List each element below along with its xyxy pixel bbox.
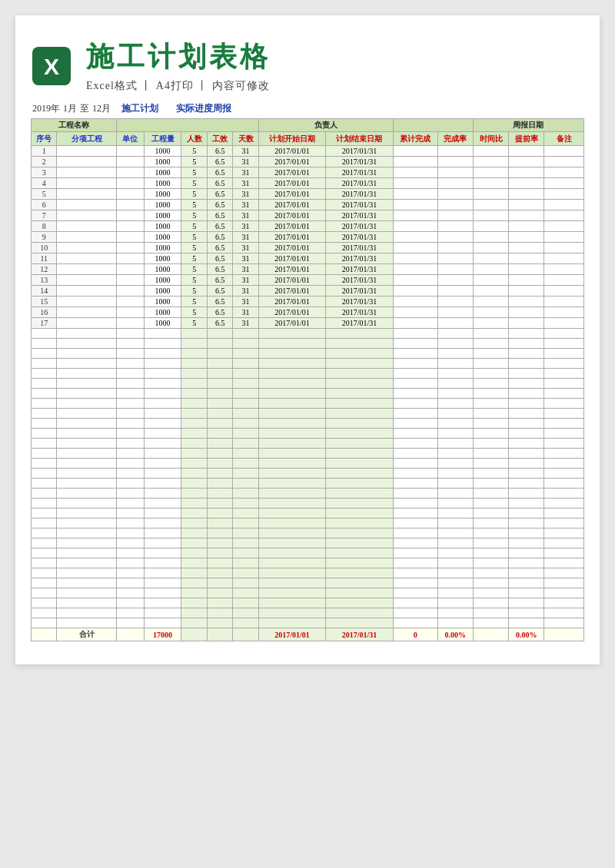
table-row-empty xyxy=(32,518,584,528)
table-row: 12100056.5312017/01/012017/01/31 xyxy=(32,264,584,275)
table-container: 工程名称 负责人 周报日期 序号 分项工程 单位 工程量 人数 工效 天数 计划… xyxy=(31,118,584,641)
col-time-ratio: 时间比 xyxy=(473,132,508,146)
year-label: 2019年 xyxy=(32,102,60,115)
table-row: 3100056.5312017/01/012017/01/31 xyxy=(32,167,584,178)
table-row-empty xyxy=(32,578,584,588)
table-row: 10100056.5312017/01/012017/01/31 xyxy=(32,243,584,253)
table-row-empty xyxy=(32,608,584,618)
meta-row: 工程名称 负责人 周报日期 xyxy=(32,119,584,132)
page: X 施工计划表格 Excel格式 丨 A4打印 丨 内容可修改 2019年 1月… xyxy=(15,15,600,664)
progress-label: 实际进度周报 xyxy=(176,102,231,115)
table-row-empty xyxy=(32,329,584,339)
col-end: 计划结束日期 xyxy=(326,132,393,146)
project-name-value xyxy=(116,119,258,132)
table-row-empty xyxy=(32,509,584,518)
plan-label: 施工计划 xyxy=(121,102,158,115)
table-row-empty xyxy=(32,339,584,349)
col-days: 天数 xyxy=(233,132,258,146)
col-header-row: 序号 分项工程 单位 工程量 人数 工效 天数 计划开始日期 计划结束日期 累计… xyxy=(32,132,584,146)
col-note: 备注 xyxy=(544,132,584,146)
table-row-empty xyxy=(32,459,584,469)
table-row-empty xyxy=(32,618,584,628)
month-end-label: 12月 xyxy=(92,102,111,115)
table-row-empty xyxy=(32,568,584,578)
col-people: 人数 xyxy=(181,132,207,146)
table-row: 6100056.5312017/01/012017/01/31 xyxy=(32,200,584,210)
table-row: 9100056.5312017/01/012017/01/31 xyxy=(32,232,584,243)
table-row: 17100056.5312017/01/012017/01/31 xyxy=(32,318,584,329)
table-row-empty xyxy=(32,419,584,429)
excel-logo-icon: X xyxy=(31,45,72,87)
table-row-empty xyxy=(32,489,584,499)
table-row-empty xyxy=(32,409,584,419)
table-row: 14100056.5312017/01/012017/01/31 xyxy=(32,286,584,297)
main-title: 施工计划表格 xyxy=(86,38,271,76)
table-row-empty xyxy=(32,499,584,509)
table-row-empty xyxy=(32,349,584,359)
col-qty: 工程量 xyxy=(144,132,181,146)
table-row-empty xyxy=(32,439,584,449)
table-row-empty xyxy=(32,469,584,479)
project-name-header: 工程名称 xyxy=(32,119,117,132)
table-row-empty xyxy=(32,359,584,369)
sub-title: Excel格式 丨 A4打印 丨 内容可修改 xyxy=(86,79,271,93)
col-start: 计划开始日期 xyxy=(258,132,325,146)
table-row-empty xyxy=(32,479,584,489)
responsible-value xyxy=(393,119,473,132)
table-row-empty xyxy=(32,528,584,538)
table-row: 7100056.5312017/01/012017/01/31 xyxy=(32,210,584,221)
table-row: 2100056.5312017/01/012017/01/31 xyxy=(32,157,584,167)
table-row-empty xyxy=(32,538,584,548)
header-text: 施工计划表格 Excel格式 丨 A4打印 丨 内容可修改 xyxy=(86,38,271,93)
col-seq: 序号 xyxy=(32,132,57,146)
header: X 施工计划表格 Excel格式 丨 A4打印 丨 内容可修改 xyxy=(31,31,584,98)
table-row-empty xyxy=(32,429,584,439)
table-row-empty xyxy=(32,399,584,409)
table-row-empty xyxy=(32,598,584,608)
table-row-empty xyxy=(32,389,584,399)
svg-text:X: X xyxy=(44,54,59,79)
table-row-empty xyxy=(32,588,584,598)
table-row-empty xyxy=(32,558,584,568)
col-subproject: 分项工程 xyxy=(57,132,116,146)
table-row-empty xyxy=(32,369,584,379)
col-ahead: 提前率 xyxy=(509,132,544,146)
table-row: 5100056.5312017/01/012017/01/31 xyxy=(32,189,584,200)
table-row: 4100056.5312017/01/012017/01/31 xyxy=(32,178,584,189)
table-row: 8100056.5312017/01/012017/01/31 xyxy=(32,221,584,232)
footer-row: 合计170002017/01/012017/01/3100.00%0.00% xyxy=(32,628,584,641)
col-rate: 完成率 xyxy=(437,132,473,146)
responsible-header: 负责人 xyxy=(258,119,393,132)
month-start-label: 1月 xyxy=(63,102,77,115)
col-eff: 工效 xyxy=(207,132,232,146)
table-row: 13100056.5312017/01/012017/01/31 xyxy=(32,275,584,286)
col-cum: 累计完成 xyxy=(393,132,437,146)
table-row-empty xyxy=(32,449,584,459)
date-bar: 2019年 1月 至 12月 施工计划 实际进度周报 xyxy=(31,102,584,115)
table-row-empty xyxy=(32,379,584,389)
table-row: 11100056.5312017/01/012017/01/31 xyxy=(32,253,584,264)
table-row: 1100056.5312017/01/012017/01/31 xyxy=(32,146,584,157)
table-row: 16100056.5312017/01/012017/01/31 xyxy=(32,307,584,318)
separator-label: 至 xyxy=(80,102,89,115)
table-row-empty xyxy=(32,548,584,558)
table-body: 1100056.5312017/01/012017/01/312100056.5… xyxy=(32,146,584,641)
report-date-header: 周报日期 xyxy=(473,119,583,132)
col-unit: 单位 xyxy=(116,132,144,146)
table-row: 15100056.5312017/01/012017/01/31 xyxy=(32,297,584,307)
main-table: 工程名称 负责人 周报日期 序号 分项工程 单位 工程量 人数 工效 天数 计划… xyxy=(31,118,584,641)
